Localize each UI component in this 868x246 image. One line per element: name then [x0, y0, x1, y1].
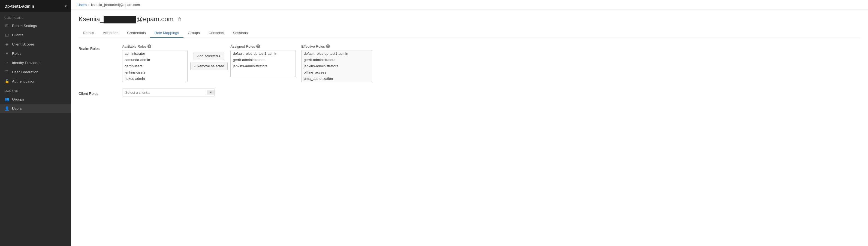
authentication-icon: 🔒 — [4, 79, 9, 83]
page-title-suffix: @epam.com — [136, 15, 174, 23]
tab-groups[interactable]: Groups — [183, 28, 204, 38]
breadcrumb-users-link[interactable]: Users — [78, 3, 87, 7]
sidebar-item-users[interactable]: 👤 Users — [0, 104, 71, 113]
add-selected-button[interactable]: Add selected > — [193, 52, 224, 60]
list-item[interactable]: administrator — [122, 50, 187, 57]
list-item[interactable]: gerrit-administrators — [230, 57, 296, 63]
client-roles-label: Client Roles — [79, 90, 122, 96]
sidebar-item-user-federation[interactable]: ☰ User Federation — [0, 67, 71, 76]
assigned-roles-label: Assigned Roles — [230, 44, 255, 48]
client-scopes-icon: ◈ — [4, 42, 9, 46]
sidebar-item-label: Roles — [12, 51, 22, 56]
sidebar-item-groups[interactable]: 👥 Groups — [0, 95, 71, 104]
client-roles-row: Client Roles Select a client... ▼ — [79, 89, 860, 97]
realm-roles-label: Realm Roles — [79, 44, 122, 51]
page-title: Kseniia_ @epam.com — [79, 15, 174, 24]
list-item[interactable]: gerrit-users — [122, 63, 187, 69]
sidebar-item-identity-providers[interactable]: ↔ Identity Providers — [0, 58, 71, 67]
available-roles-header: Available Roles ? — [122, 44, 151, 48]
effective-roles-listbox: default-roles-dp-test1-admin gerrit-admi… — [301, 50, 372, 82]
chevron-down-icon: ▾ — [65, 4, 66, 8]
clients-icon: ◫ — [4, 33, 9, 37]
breadcrumb: Users › kseniia_[redacted]@epam.com — [71, 0, 868, 10]
realm-roles-row: Realm Roles Available Roles ? administra… — [79, 44, 860, 82]
list-item[interactable]: default-roles-dp-test1-admin — [230, 50, 296, 57]
sidebar: Dp-test1-admin ▾ Configure ⊞ Realm Setti… — [0, 0, 71, 246]
tab-role-mappings[interactable]: Role Mappings — [150, 28, 183, 38]
assigned-roles-listbox[interactable]: default-roles-dp-test1-admin gerrit-admi… — [230, 50, 296, 77]
page-title-prefix: Kseniia_ — [79, 15, 103, 23]
list-item: gerrit-administrators — [302, 57, 372, 63]
assigned-roles-column: Assigned Roles ? default-roles-dp-test1-… — [230, 44, 296, 77]
available-roles-help-icon[interactable]: ? — [148, 44, 151, 48]
roles-columns: Available Roles ? administrator camunda-… — [122, 44, 372, 82]
effective-roles-help-icon[interactable]: ? — [326, 44, 330, 48]
sidebar-item-clients[interactable]: ◫ Clients — [0, 30, 71, 39]
sidebar-item-label: Client Scopes — [12, 42, 35, 46]
role-actions: Add selected > « Remove selected — [188, 52, 230, 70]
sidebar-item-roles[interactable]: ≡ Roles — [0, 49, 71, 58]
page-body: Kseniia_ @epam.com 🗑 Details Attributes … — [71, 10, 868, 246]
remove-selected-button[interactable]: « Remove selected — [190, 62, 228, 70]
list-item[interactable]: camunda-admin — [122, 57, 187, 63]
list-item: uma_authorization — [302, 75, 372, 82]
available-roles-listbox[interactable]: administrator camunda-admin gerrit-users… — [122, 50, 188, 82]
sidebar-item-label: Realm Settings — [12, 24, 37, 28]
list-item[interactable]: nexus-admin — [122, 75, 187, 82]
roles-icon: ≡ — [4, 51, 9, 56]
tab-credentials[interactable]: Credentials — [123, 28, 150, 38]
sidebar-item-label: Identity Providers — [12, 61, 40, 65]
list-item: offline_access — [302, 69, 372, 75]
sidebar-item-label: Groups — [12, 97, 24, 101]
main-content: Users › kseniia_[redacted]@epam.com Ksen… — [71, 0, 868, 246]
tabs: Details Attributes Credentials Role Mapp… — [79, 28, 860, 38]
sidebar-item-label: Clients — [12, 33, 23, 37]
realm-name: Dp-test1-admin — [4, 4, 34, 8]
tab-attributes[interactable]: Attributes — [98, 28, 123, 38]
realm-settings-icon: ⊞ — [4, 24, 9, 28]
list-item[interactable]: jenkins-administrators — [230, 63, 296, 69]
effective-roles-header: Effective Roles ? — [301, 44, 330, 48]
tab-sessions[interactable]: Sessions — [228, 28, 252, 38]
configure-section-label: Configure — [0, 12, 71, 21]
manage-section-label: Manage — [0, 86, 71, 95]
available-roles-label: Available Roles — [122, 44, 146, 48]
sidebar-item-label: Users — [12, 107, 22, 111]
page-title-row: Kseniia_ @epam.com 🗑 — [79, 15, 860, 24]
realm-selector[interactable]: Dp-test1-admin ▾ — [0, 0, 71, 12]
sidebar-item-label: Authentication — [12, 79, 35, 83]
role-mappings-section: Realm Roles Available Roles ? administra… — [79, 44, 860, 97]
assigned-roles-header: Assigned Roles ? — [230, 44, 260, 48]
assigned-roles-help-icon[interactable]: ? — [256, 44, 260, 48]
sidebar-item-client-scopes[interactable]: ◈ Client Scopes — [0, 39, 71, 49]
users-icon: 👤 — [4, 106, 9, 111]
list-item: jenkins-administrators — [302, 63, 372, 69]
effective-roles-label: Effective Roles — [301, 44, 325, 48]
groups-icon: 👥 — [4, 97, 9, 101]
sidebar-item-authentication[interactable]: 🔒 Authentication — [0, 76, 71, 86]
tab-details[interactable]: Details — [79, 28, 98, 38]
tab-consents[interactable]: Consents — [204, 28, 228, 38]
delete-user-icon[interactable]: 🗑 — [177, 17, 182, 22]
list-item: default-roles-dp-test1-admin — [302, 50, 372, 57]
user-federation-icon: ☰ — [4, 70, 9, 74]
breadcrumb-user-email: kseniia_[redacted]@epam.com — [91, 3, 140, 7]
effective-roles-column: Effective Roles ? default-roles-dp-test1… — [301, 44, 372, 82]
available-roles-column: Available Roles ? administrator camunda-… — [122, 44, 188, 82]
dropdown-arrow-icon: ▼ — [207, 91, 215, 95]
list-item[interactable]: jenkins-users — [122, 69, 187, 75]
select-client-placeholder: Select a client... — [125, 91, 150, 95]
select-client-dropdown[interactable]: Select a client... ▼ — [122, 89, 215, 97]
sidebar-item-label: User Federation — [12, 70, 38, 74]
sidebar-item-realm-settings[interactable]: ⊞ Realm Settings — [0, 21, 71, 30]
redacted-name — [103, 16, 136, 24]
identity-providers-icon: ↔ — [4, 61, 9, 65]
breadcrumb-separator: › — [88, 3, 89, 7]
